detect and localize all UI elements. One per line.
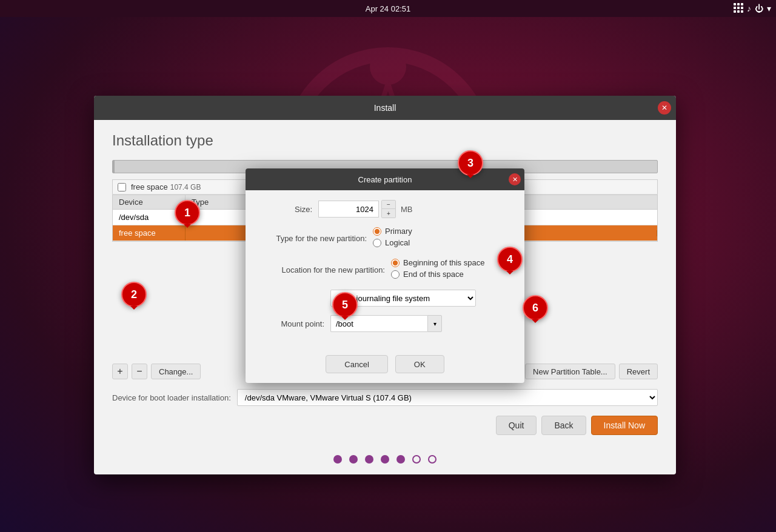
size-increase-button[interactable]: + bbox=[382, 209, 395, 218]
size-stepper: − + bbox=[381, 200, 396, 218]
power-icon[interactable]: ⏻ bbox=[755, 4, 763, 13]
volume-icon[interactable]: ♪ bbox=[747, 4, 751, 13]
new-partition-table-button[interactable]: New Partition Table... bbox=[525, 364, 615, 379]
change-partition-button[interactable]: Change... bbox=[151, 364, 201, 379]
dialog-close-icon: ✕ bbox=[512, 176, 518, 184]
svg-rect-7 bbox=[734, 3, 736, 5]
free-space-size: 107.4 GB bbox=[170, 183, 201, 191]
dialog-title: Create partition bbox=[358, 175, 412, 184]
annotation-1: 1 bbox=[175, 200, 200, 225]
location-beginning-radio[interactable] bbox=[391, 259, 400, 267]
main-actions: Quit Back Install Now bbox=[112, 416, 658, 435]
location-end-radio[interactable] bbox=[391, 270, 400, 279]
dialog-ok-button[interactable]: OK bbox=[395, 355, 444, 373]
window-titlebar: Install ✕ bbox=[94, 96, 676, 120]
annotation-2: 2 bbox=[121, 282, 147, 307]
progress-dot-3 bbox=[365, 455, 373, 464]
progress-dot-6 bbox=[412, 455, 421, 464]
location-end-label: End of this space bbox=[403, 270, 464, 279]
progress-dot-7 bbox=[428, 455, 436, 464]
svg-rect-9 bbox=[741, 3, 743, 5]
window-close-button[interactable]: ✕ bbox=[658, 101, 671, 115]
free-space-checkbox[interactable] bbox=[118, 183, 126, 191]
svg-rect-15 bbox=[741, 10, 743, 13]
size-label: Size: bbox=[258, 205, 318, 214]
page-title: Installation type bbox=[112, 132, 658, 149]
size-unit: MB bbox=[401, 205, 413, 214]
top-panel: Apr 24 02:51 ♪ ⏻ ▾ bbox=[0, 0, 776, 17]
svg-point-1 bbox=[370, 48, 406, 85]
location-label: Location for the new partition: bbox=[258, 265, 391, 274]
mount-dropdown-button[interactable]: ▾ bbox=[427, 315, 442, 332]
type-logical-label: Logical bbox=[385, 238, 410, 247]
progress-dot-5 bbox=[396, 455, 405, 464]
create-partition-dialog: Create partition ✕ Size: 1024 − + MB bbox=[246, 168, 524, 383]
type-row: Type for the new partition: Primary Logi… bbox=[258, 227, 512, 250]
panel-datetime: Apr 24 02:51 bbox=[366, 4, 410, 13]
size-input[interactable]: 1024 bbox=[318, 201, 379, 218]
panel-chevron-icon[interactable]: ▾ bbox=[767, 4, 771, 13]
window-title: Install bbox=[374, 103, 396, 113]
type-primary-option[interactable]: Primary bbox=[373, 227, 412, 236]
type-primary-label: Primary bbox=[385, 227, 412, 236]
type-primary-radio[interactable] bbox=[373, 227, 381, 236]
window-close-icon: ✕ bbox=[661, 104, 667, 112]
svg-rect-12 bbox=[741, 7, 743, 9]
location-beginning-label: Beginning of this space bbox=[403, 258, 484, 267]
install-now-button[interactable]: Install Now bbox=[591, 416, 658, 435]
annotation-6: 6 bbox=[523, 295, 548, 321]
svg-rect-13 bbox=[734, 10, 736, 13]
svg-rect-14 bbox=[737, 10, 740, 13]
install-window: Install ✕ Installation type free space 1… bbox=[94, 96, 676, 474]
boot-loader-label: Device for boot loader installation: bbox=[112, 393, 231, 402]
dialog-body: Size: 1024 − + MB Type for the new parti… bbox=[246, 190, 524, 350]
svg-rect-8 bbox=[737, 3, 740, 5]
dialog-actions: Cancel OK bbox=[246, 350, 524, 383]
add-partition-button[interactable]: + bbox=[112, 364, 128, 379]
mount-point-row: Mount point: ▾ bbox=[258, 315, 512, 332]
mount-label: Mount point: bbox=[258, 319, 330, 328]
dialog-titlebar: Create partition ✕ bbox=[246, 168, 524, 190]
free-space-label: free space bbox=[131, 182, 168, 191]
progress-dot-2 bbox=[349, 455, 358, 464]
size-decrease-button[interactable]: − bbox=[382, 201, 395, 209]
panel-clock-area: Apr 24 02:51 bbox=[366, 4, 410, 13]
location-beginning-option[interactable]: Beginning of this space bbox=[391, 258, 484, 267]
boot-loader-section: Device for boot loader installation: /de… bbox=[112, 389, 658, 406]
boot-loader-select[interactable]: /dev/sda VMware, VMware Virtual S (107.4… bbox=[237, 389, 658, 406]
back-button[interactable]: Back bbox=[541, 416, 586, 435]
location-options: Beginning of this space End of this spac… bbox=[391, 258, 484, 281]
svg-rect-10 bbox=[734, 7, 736, 9]
col-header-device: Device bbox=[113, 195, 186, 209]
size-row: Size: 1024 − + MB bbox=[258, 200, 512, 218]
svg-rect-11 bbox=[737, 7, 740, 9]
type-label: Type for the new partition: bbox=[258, 234, 373, 243]
dialog-close-button[interactable]: ✕ bbox=[509, 173, 521, 185]
type-options: Primary Logical bbox=[373, 227, 412, 250]
dialog-cancel-button[interactable]: Cancel bbox=[326, 355, 387, 373]
annotation-3: 3 bbox=[458, 150, 483, 176]
progress-dot-4 bbox=[381, 455, 389, 464]
size-input-group: 1024 − + MB bbox=[318, 200, 413, 218]
use-as-row: Ext4 journaling file system bbox=[258, 290, 512, 307]
panel-system-icons: ♪ ⏻ ▾ bbox=[734, 0, 771, 17]
remove-partition-button[interactable]: − bbox=[132, 364, 147, 379]
annotation-4: 4 bbox=[497, 247, 523, 272]
quit-button[interactable]: Quit bbox=[496, 416, 537, 435]
type-logical-radio[interactable] bbox=[373, 239, 381, 247]
free-space-type bbox=[186, 230, 246, 236]
type-logical-option[interactable]: Logical bbox=[373, 238, 412, 247]
annotation-5: 5 bbox=[332, 292, 358, 318]
location-row: Location for the new partition: Beginnin… bbox=[258, 258, 512, 281]
partition-bar-fill bbox=[113, 161, 115, 173]
progress-dot-1 bbox=[333, 455, 342, 464]
location-end-option[interactable]: End of this space bbox=[391, 270, 484, 279]
free-space-device: free space bbox=[113, 225, 186, 241]
network-icon[interactable] bbox=[734, 3, 743, 15]
progress-dots bbox=[94, 444, 676, 474]
revert-button[interactable]: Revert bbox=[619, 364, 658, 379]
